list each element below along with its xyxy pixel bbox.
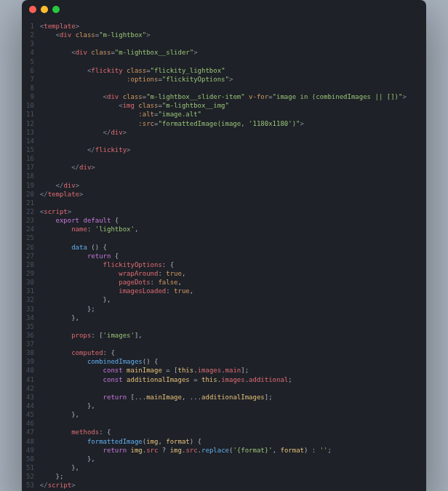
line-number: 33 bbox=[26, 305, 34, 314]
code-line[interactable] bbox=[40, 384, 426, 393]
code-line[interactable] bbox=[40, 340, 426, 348]
code-line[interactable]: }, bbox=[40, 402, 426, 410]
line-number: 52 bbox=[26, 472, 34, 481]
line-number: 49 bbox=[26, 446, 34, 455]
code-line[interactable]: computed: { bbox=[40, 348, 426, 357]
titlebar bbox=[22, 0, 426, 19]
code-line[interactable]: <flickity class="flickity_lightbox" bbox=[40, 66, 426, 75]
line-number: 24 bbox=[26, 225, 34, 233]
code-line[interactable] bbox=[40, 172, 426, 180]
line-number: 34 bbox=[26, 314, 34, 322]
close-icon[interactable] bbox=[29, 6, 36, 13]
code-line[interactable] bbox=[40, 419, 426, 428]
code-line[interactable]: }; bbox=[40, 305, 426, 314]
code-line[interactable]: }, bbox=[40, 463, 426, 472]
line-number: 12 bbox=[26, 119, 34, 128]
line-number: 46 bbox=[26, 419, 34, 428]
code-line[interactable]: </div> bbox=[40, 181, 426, 190]
code-line[interactable] bbox=[40, 57, 426, 66]
line-number: 47 bbox=[26, 428, 34, 436]
code-content[interactable]: <template> <div class="m-lightbox"> <div… bbox=[40, 22, 426, 490]
code-line[interactable]: <img class="m-lightbox__img" bbox=[40, 101, 426, 110]
code-line[interactable]: }, bbox=[40, 295, 426, 304]
line-number: 48 bbox=[26, 437, 34, 446]
code-line[interactable] bbox=[40, 233, 426, 242]
line-number: 42 bbox=[26, 384, 34, 393]
line-number: 51 bbox=[26, 463, 34, 472]
code-line[interactable] bbox=[40, 322, 426, 331]
code-line[interactable]: imagesLoaded: true, bbox=[40, 287, 426, 295]
code-line[interactable]: :src="formattedImage(image, '1180x1180')… bbox=[40, 119, 426, 128]
line-number: 32 bbox=[26, 295, 34, 304]
line-number: 38 bbox=[26, 348, 34, 357]
code-line[interactable] bbox=[40, 199, 426, 207]
code-line[interactable]: </div> bbox=[40, 128, 426, 137]
code-line[interactable]: export default { bbox=[40, 216, 426, 225]
code-line[interactable]: wrapAround: true, bbox=[40, 269, 426, 278]
zoom-icon[interactable] bbox=[52, 6, 60, 13]
code-line[interactable]: }, bbox=[40, 314, 426, 322]
line-number: 18 bbox=[26, 172, 34, 180]
line-number: 41 bbox=[26, 375, 34, 384]
code-line[interactable] bbox=[40, 154, 426, 163]
code-line[interactable]: combinedImages() { bbox=[40, 357, 426, 366]
minimize-icon[interactable] bbox=[41, 6, 48, 13]
code-line[interactable]: flickityOptions: { bbox=[40, 260, 426, 269]
line-number: 5 bbox=[26, 57, 34, 66]
line-number: 19 bbox=[26, 181, 34, 190]
code-line[interactable]: </flickity> bbox=[40, 145, 426, 154]
code-window: 1234567891011121314151617181920212223242… bbox=[22, 0, 426, 491]
line-number: 10 bbox=[26, 101, 34, 110]
code-line[interactable]: :alt="image.alt" bbox=[40, 110, 426, 119]
code-line[interactable] bbox=[40, 137, 426, 145]
code-line[interactable]: <template> bbox=[40, 22, 426, 31]
line-number: 15 bbox=[26, 145, 34, 154]
code-line[interactable]: props: ['images'], bbox=[40, 331, 426, 340]
line-number: 28 bbox=[26, 260, 34, 269]
code-line[interactable]: </div> bbox=[40, 163, 426, 172]
code-line[interactable]: data () { bbox=[40, 243, 426, 252]
code-line[interactable]: formattedImage(img, format) { bbox=[40, 437, 426, 446]
code-line[interactable]: pageDots: false, bbox=[40, 278, 426, 287]
line-number: 3 bbox=[26, 39, 34, 48]
code-line[interactable]: }; bbox=[40, 472, 426, 481]
code-line[interactable]: return img.src ? img.src.replace('{forma… bbox=[40, 446, 426, 455]
line-number: 27 bbox=[26, 252, 34, 260]
code-line[interactable]: name: 'lightbox', bbox=[40, 225, 426, 233]
code-line[interactable]: :options="flickityOptions"> bbox=[40, 75, 426, 84]
code-line[interactable]: return [...mainImage, ...additionalImage… bbox=[40, 393, 426, 402]
line-number: 26 bbox=[26, 243, 34, 252]
code-line[interactable]: <script> bbox=[40, 207, 426, 216]
line-number: 16 bbox=[26, 154, 34, 163]
code-line[interactable]: const additionalImages = this.images.add… bbox=[40, 375, 426, 384]
code-line[interactable]: </template> bbox=[40, 190, 426, 199]
line-number: 25 bbox=[26, 233, 34, 242]
code-line[interactable]: <div class="m-lightbox__slider-item" v-f… bbox=[40, 92, 426, 101]
line-number: 36 bbox=[26, 331, 34, 340]
code-line[interactable]: methods: { bbox=[40, 428, 426, 436]
code-line[interactable]: <div class="m-lightbox__slider"> bbox=[40, 48, 426, 57]
line-number: 37 bbox=[26, 340, 34, 348]
line-number: 43 bbox=[26, 393, 34, 402]
code-line[interactable] bbox=[40, 84, 426, 92]
line-number: 2 bbox=[26, 31, 34, 39]
code-line[interactable]: }, bbox=[40, 410, 426, 419]
line-number: 6 bbox=[26, 66, 34, 75]
line-number: 30 bbox=[26, 278, 34, 287]
line-number: 40 bbox=[26, 366, 34, 375]
line-number: 22 bbox=[26, 207, 34, 216]
editor[interactable]: 1234567891011121314151617181920212223242… bbox=[22, 19, 426, 491]
code-line[interactable]: }, bbox=[40, 455, 426, 463]
code-line[interactable]: </script> bbox=[40, 481, 426, 490]
code-line[interactable] bbox=[40, 39, 426, 48]
code-line[interactable]: const mainImage = [this.images.main]; bbox=[40, 366, 426, 375]
line-number: 9 bbox=[26, 92, 34, 101]
line-number: 23 bbox=[26, 216, 34, 225]
code-line[interactable]: return { bbox=[40, 252, 426, 260]
line-number: 13 bbox=[26, 128, 34, 137]
line-number: 21 bbox=[26, 199, 34, 207]
line-number: 44 bbox=[26, 402, 34, 410]
code-line[interactable]: <div class="m-lightbox"> bbox=[40, 31, 426, 39]
line-number: 8 bbox=[26, 84, 34, 92]
line-number: 7 bbox=[26, 75, 34, 84]
